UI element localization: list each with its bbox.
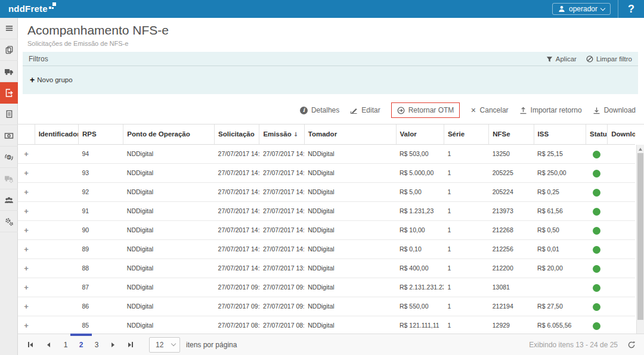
col-expander (18, 124, 35, 144)
row-expand-button[interactable]: + (24, 169, 29, 178)
cell-nfse: 205224 (489, 182, 534, 201)
col-nfse[interactable]: NFSe (489, 124, 534, 144)
cell-download (608, 278, 635, 297)
col-identificador[interactable]: Identificador (35, 124, 78, 144)
edit-button[interactable]: Editar (350, 106, 380, 114)
main-content: Acompanhamento NFS-e Solicitações de Emi… (18, 18, 644, 355)
sidebar-item-copy[interactable] (0, 39, 18, 61)
prev-page-button[interactable] (41, 338, 56, 352)
cancel-button[interactable]: ✕ Cancelar (470, 106, 508, 114)
col-solicitacao[interactable]: Solicitação (215, 124, 259, 144)
scrollbar-thumb[interactable] (637, 153, 643, 320)
refresh-button[interactable] (627, 341, 636, 349)
cell-valor: R$ 550,00 (396, 297, 444, 316)
row-expand-button[interactable]: + (24, 207, 29, 216)
sidebar-item-truck-settings[interactable] (0, 168, 18, 189)
sidebar-item-users[interactable] (0, 189, 18, 211)
table-row[interactable]: +91NDDigital27/07/2017 14:...27/07/2017 … (18, 201, 635, 220)
cell-identificador (35, 220, 78, 239)
cell-valor: R$ 503,00 (396, 144, 444, 163)
sidebar-item-truck[interactable] (0, 61, 18, 82)
row-expand-button[interactable]: + (24, 302, 29, 311)
cell-rps: 90 (78, 220, 123, 239)
next-page-button[interactable] (105, 338, 120, 352)
cell-serie: 1 (444, 316, 488, 335)
col-emissao[interactable]: Emissão↓ (259, 124, 304, 144)
cell-solicitacao: 27/07/2017 14:... (215, 163, 259, 182)
sidebar-item-document[interactable] (0, 104, 18, 125)
table-row[interactable]: +88NDDigital27/07/2017 14:...27/07/2017 … (18, 259, 635, 278)
row-expand-button[interactable]: + (24, 150, 29, 158)
table-row[interactable]: +94NDDigital27/07/2017 14:...27/07/2017 … (18, 144, 635, 163)
sidebar-item-money-sync[interactable]: $ (0, 147, 18, 168)
page-button-2-active[interactable]: 2 (74, 338, 88, 352)
table-row[interactable]: +93NDDigital27/07/2017 14:...27/07/2017 … (18, 163, 635, 182)
row-expand-button[interactable]: + (24, 283, 29, 292)
cell-tomador: NDDigital (304, 259, 396, 278)
last-page-button[interactable] (123, 338, 138, 352)
page-button-1[interactable]: 1 (58, 338, 73, 352)
row-expand-button[interactable]: + (24, 321, 29, 330)
cell-tomador: NDDigital (304, 201, 396, 220)
table-row[interactable]: +85NDDigital27/07/2017 08:...27/07/2017 … (18, 316, 635, 335)
cell-identificador (35, 163, 78, 182)
sidebar-item-settings[interactable] (0, 211, 18, 232)
user-menu[interactable]: operador (552, 3, 611, 15)
details-button[interactable]: i Detalhes (300, 106, 339, 114)
gears-icon (4, 217, 14, 226)
cell-ponto: NDDigital (123, 316, 215, 335)
clear-filter-button[interactable]: Limpar filtro (586, 55, 632, 63)
cell-status (586, 278, 608, 297)
refresh-icon (627, 341, 636, 349)
return-otm-button[interactable]: Retornar OTM (391, 102, 460, 118)
col-iss[interactable]: ISS (534, 124, 586, 144)
col-ponto[interactable]: Ponto de Operação (123, 124, 215, 144)
col-rps[interactable]: RPS (78, 124, 123, 144)
page-size-value: 12 (156, 341, 163, 349)
col-download[interactable]: Download (608, 124, 635, 144)
sidebar: $ (0, 18, 18, 355)
cell-identificador (35, 297, 78, 316)
cell-expander: + (18, 201, 35, 220)
col-serie[interactable]: Série (444, 124, 488, 144)
apply-filter-button[interactable]: Aplicar (546, 55, 577, 63)
table-row[interactable]: +87NDDigital27/07/2017 09:...27/07/2017 … (18, 278, 635, 297)
import-return-button[interactable]: Importar retorno (519, 106, 582, 114)
page-size-select[interactable]: 12 (149, 337, 180, 353)
row-expand-button[interactable]: + (24, 245, 29, 254)
status-dot (593, 303, 600, 311)
cell-valor: R$ 1.231,23 (396, 201, 444, 220)
cell-status (586, 316, 608, 335)
row-expand-button[interactable]: + (24, 188, 29, 197)
cell-expander: + (18, 316, 35, 335)
first-page-button[interactable] (23, 338, 38, 352)
cell-rps: 89 (78, 239, 123, 259)
sidebar-menu-toggle[interactable] (0, 18, 18, 39)
cell-tomador: NDDigital (304, 144, 396, 163)
col-tomador[interactable]: Tomador (304, 124, 396, 144)
row-expand-button[interactable]: + (24, 264, 29, 273)
cell-status (586, 144, 608, 163)
table-row[interactable]: +86NDDigital27/07/2017 09:...27/07/2017 … (18, 297, 635, 316)
page-button-3[interactable]: 3 (89, 338, 104, 352)
table-row[interactable]: +92NDDigital27/07/2017 14:...27/07/2017 … (18, 182, 635, 201)
sidebar-item-nfse-emission[interactable] (0, 82, 18, 104)
row-expand-button[interactable]: + (24, 226, 29, 235)
vertical-scrollbar[interactable] (636, 145, 644, 342)
download-button[interactable]: Download (593, 106, 636, 114)
download-label: Download (604, 106, 636, 114)
cell-tomador: NDDigital (304, 220, 396, 239)
sidebar-item-money[interactable] (0, 125, 18, 147)
cell-iss: R$ 250,00 (534, 163, 586, 182)
cell-status (586, 163, 608, 182)
cell-ponto: NDDigital (123, 144, 215, 163)
scroll-up-icon[interactable] (639, 148, 642, 151)
cell-iss: R$ 25,15 (534, 144, 586, 163)
table-row[interactable]: +89NDDigital27/07/2017 14:...27/07/2017 … (18, 239, 635, 259)
new-group-button[interactable]: + Novo grupo (30, 76, 73, 83)
cell-solicitacao: 27/07/2017 14:... (215, 239, 259, 259)
col-valor[interactable]: Valor (396, 124, 444, 144)
col-status[interactable]: Status (586, 124, 608, 144)
help-button[interactable]: ? (618, 3, 644, 15)
table-row[interactable]: +90NDDigital27/07/2017 14:...27/07/2017 … (18, 220, 635, 239)
